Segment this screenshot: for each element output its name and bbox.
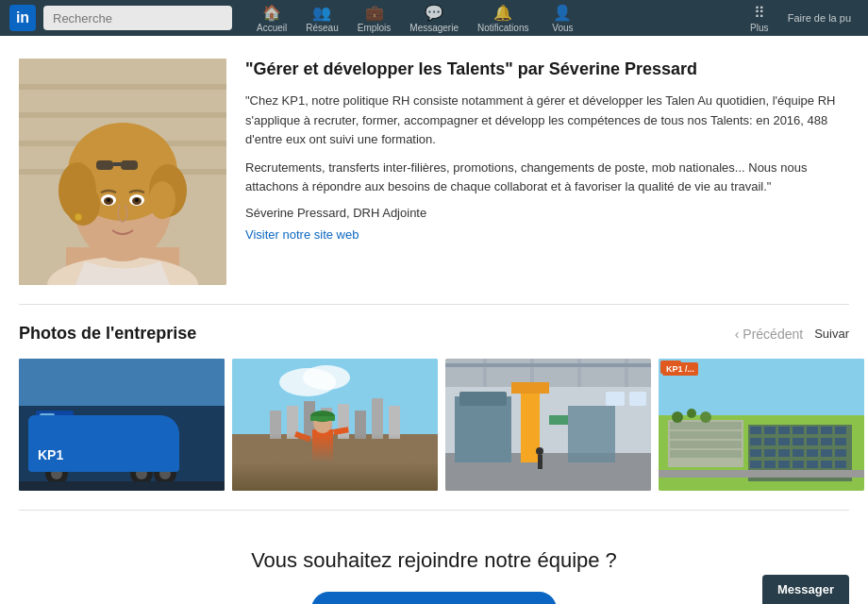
main-content: "Gérer et développer les Talents" par Sé… [0, 36, 868, 604]
svg-rect-109 [835, 449, 846, 457]
svg-rect-102 [835, 438, 846, 445]
grid-icon: ⠿ [754, 4, 765, 22]
article-paragraph2: Recrutements, transferts inter-filières,… [245, 159, 849, 196]
svg-rect-103 [750, 449, 761, 457]
svg-point-37 [136, 468, 147, 479]
svg-rect-90 [764, 427, 776, 434]
svg-rect-115 [821, 461, 832, 468]
photos-nav: ‹ Précédent Suivar [735, 327, 849, 342]
navbar: in 🏠 Accueil 👥 Réseau 💼 Emplois 💬 Messag… [0, 0, 868, 36]
nav-item-notifications[interactable]: 🔔 Notifications [468, 0, 538, 36]
svg-point-120 [700, 411, 711, 423]
svg-point-26 [75, 213, 82, 221]
nav-label-notifications: Notifications [477, 23, 528, 33]
svg-rect-92 [793, 427, 804, 434]
nav-item-advertising[interactable]: Faire de la pu [780, 0, 859, 36]
nav-items: 🏠 Accueil 👥 Réseau 💼 Emplois 💬 Messageri… [247, 0, 739, 36]
svg-rect-111 [764, 461, 776, 468]
article-title: "Gérer et développer les Talents" par Sé… [245, 59, 849, 80]
svg-rect-114 [807, 461, 818, 468]
nav-item-accueil[interactable]: 🏠 Accueil [247, 0, 296, 36]
nav-item-vous[interactable]: 👤 Vous [538, 0, 587, 36]
nav-item-reseau[interactable]: 👥 Réseau [296, 0, 347, 36]
photos-prev-button[interactable]: ‹ Précédent [735, 327, 803, 342]
svg-rect-75 [568, 406, 615, 462]
svg-rect-61 [326, 465, 334, 484]
article-website-link[interactable]: Visiter notre site web [245, 227, 359, 242]
search-input[interactable] [43, 6, 232, 30]
svg-rect-52 [372, 398, 383, 439]
svg-rect-54 [312, 429, 333, 467]
svg-rect-91 [778, 427, 790, 434]
svg-rect-46 [270, 411, 281, 439]
svg-point-118 [672, 411, 683, 423]
photo-industrial[interactable] [445, 359, 651, 491]
svg-rect-106 [793, 449, 804, 457]
nav-label-reseau: Réseau [306, 23, 338, 33]
svg-rect-18 [121, 160, 138, 170]
svg-rect-17 [96, 160, 113, 170]
photo-aerial[interactable]: KP1 /... [659, 359, 864, 491]
svg-point-77 [536, 447, 543, 455]
svg-rect-116 [835, 461, 846, 468]
svg-rect-57 [310, 416, 335, 421]
photos-next-button[interactable]: Suivar [814, 327, 849, 341]
linkedin-logo[interactable]: in [9, 0, 36, 36]
svg-rect-53 [389, 406, 400, 439]
svg-rect-74 [511, 382, 549, 394]
svg-rect-76 [549, 415, 568, 425]
nav-label-advertising: Faire de la pu [788, 12, 851, 24]
svg-rect-79 [606, 392, 625, 406]
messaging-icon: 💬 [425, 4, 443, 22]
svg-rect-43 [232, 434, 438, 491]
svg-rect-28 [19, 359, 225, 406]
nav-item-emplois[interactable]: 💼 Emplois [348, 0, 401, 36]
cta-button[interactable]: Voir nos dernières annonces [311, 592, 558, 604]
svg-rect-30 [33, 420, 175, 472]
svg-rect-96 [750, 438, 761, 445]
svg-rect-89 [750, 427, 761, 434]
svg-point-45 [303, 365, 350, 390]
photo-kp1-badge: KP1 /... [662, 362, 698, 376]
svg-rect-110 [750, 461, 761, 468]
svg-rect-105 [778, 449, 790, 457]
svg-rect-112 [778, 461, 790, 468]
nav-item-plus[interactable]: ⠿ Plus [739, 0, 780, 36]
svg-rect-101 [821, 438, 832, 445]
svg-point-39 [159, 468, 171, 479]
svg-rect-113 [793, 461, 804, 468]
nav-label-vous: Vous [552, 23, 573, 33]
svg-rect-33 [40, 413, 55, 428]
svg-rect-71 [455, 396, 511, 462]
svg-rect-100 [807, 438, 818, 445]
svg-rect-41 [19, 481, 225, 491]
svg-text:KP1: KP1 [85, 438, 114, 454]
svg-rect-19 [113, 162, 121, 166]
cta-title: Vous souhaitez rejoindre notre équipe ? [38, 548, 830, 573]
svg-rect-47 [287, 406, 298, 439]
svg-rect-108 [821, 449, 832, 457]
svg-point-15 [66, 184, 100, 226]
photos-section: Photos de l'entreprise ‹ Précédent Suiva… [19, 305, 849, 511]
svg-rect-80 [629, 392, 646, 406]
photos-title: Photos de l'entreprise [19, 324, 196, 344]
photo-worker[interactable] [232, 359, 438, 491]
svg-rect-104 [764, 449, 776, 457]
svg-rect-107 [807, 449, 818, 457]
svg-point-24 [107, 198, 110, 202]
nav-item-messagerie[interactable]: 💬 Messagerie [400, 0, 468, 36]
photo-truck[interactable]: KP1 [19, 359, 225, 491]
linkedin-logo-box: in [9, 5, 36, 31]
messenger-button[interactable]: Messager [762, 575, 849, 604]
svg-rect-99 [793, 438, 804, 445]
svg-rect-32 [36, 411, 74, 439]
svg-rect-87 [670, 450, 742, 458]
article-image [19, 59, 226, 285]
article-paragraph1: "Chez KP1, notre politique RH consiste n… [245, 92, 849, 148]
svg-rect-31 [33, 420, 75, 472]
photos-grid: KP1 [19, 359, 849, 491]
svg-rect-64 [445, 363, 651, 367]
article-author: Séverine Pressard, DRH Adjointe [245, 206, 849, 220]
nav-label-emplois: Emplois [358, 23, 392, 33]
photos-header: Photos de l'entreprise ‹ Précédent Suiva… [19, 324, 849, 344]
